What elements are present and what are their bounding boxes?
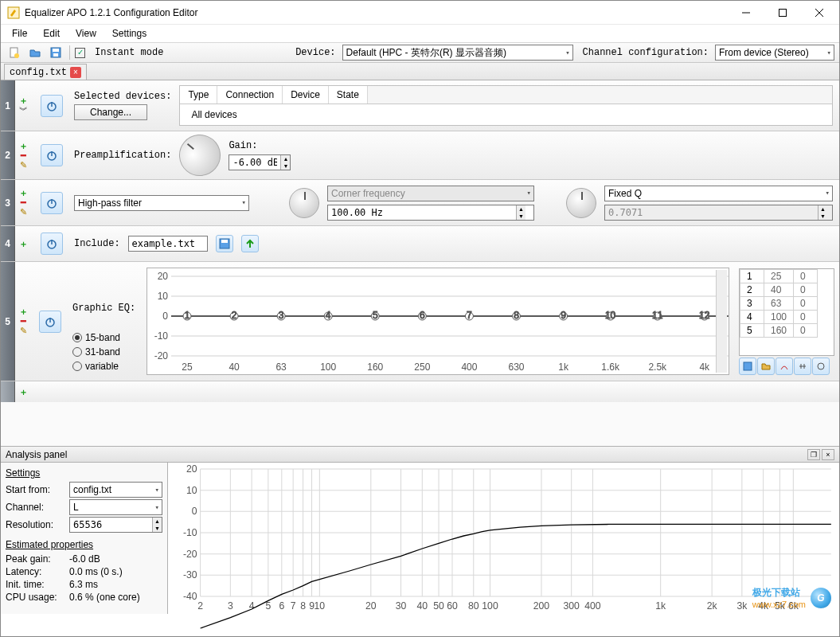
corner-freq-label-combo[interactable]: Corner frequency [327,186,534,201]
close-tab-icon[interactable]: × [70,67,81,78]
eq-band-table[interactable]: 1250240036304100051600 [739,268,834,356]
add-block-icon[interactable]: ＋ [19,189,28,197]
analysis-settings-title: Settings [6,467,162,479]
menu-settings[interactable]: Settings [104,26,154,41]
add-block-icon[interactable]: ＋ [19,142,28,150]
edit-block-icon[interactable]: ✎ [20,161,27,170]
add-block-icon[interactable]: ＋ [19,307,28,316]
svg-rect-19 [221,240,228,243]
selected-devices-label: Selected devices: [74,91,171,102]
add-block-icon[interactable]: ＋ [19,96,28,105]
svg-text:2: 2 [197,600,203,612]
tab-type[interactable]: Type [180,86,217,104]
svg-text:20: 20 [186,463,197,475]
channel-config-combo[interactable]: From device (Stereo) [715,45,834,61]
latency-label: Latency: [6,566,66,577]
device-sub-content: All devices [180,104,832,125]
open-include-icon[interactable] [216,235,233,252]
analysis-title: Analysis panel [6,449,67,460]
menu-file[interactable]: File [4,26,35,41]
include-path-input[interactable] [128,236,208,252]
q-value-input[interactable] [605,207,818,218]
menu-edit[interactable]: Edit [35,26,68,41]
change-devices-button[interactable]: Change... [74,104,147,120]
edit-block-icon[interactable]: ✎ [20,208,27,217]
tab-connection[interactable]: Connection [217,86,283,104]
gain-label: Gain: [229,140,291,151]
q-knob[interactable] [566,188,596,218]
block-2: 2 ＋ ━ ✎ Preamplification: Gain: ▲▼ [1,131,839,180]
document-tab[interactable]: config.txt × [4,64,87,80]
analysis-undock-icon[interactable]: ❐ [807,449,820,460]
add-block-icon[interactable]: ＋ [19,388,28,397]
edit-block-icon[interactable]: ✎ [20,326,27,335]
q-mode-combo[interactable]: Fixed Q [604,186,833,201]
channel-combo[interactable]: L [69,499,162,515]
svg-text:10: 10 [315,600,326,612]
block-handle-1[interactable]: 1 [1,80,15,131]
preamp-knob[interactable] [171,126,229,184]
svg-text:0: 0 [192,506,197,517]
gain-spinner[interactable]: ▲▼ [229,154,291,170]
remove-block-icon[interactable]: ━ [21,151,26,160]
corner-freq-input[interactable] [328,207,516,218]
start-from-combo[interactable]: config.txt [69,482,162,498]
instant-mode-checkbox[interactable] [75,48,85,58]
analysis-settings: Settings Start from:config.txt Channel:L… [1,463,168,614]
power-toggle[interactable] [41,144,63,166]
tab-device[interactable]: Device [283,86,329,104]
eq-open-icon[interactable] [757,358,775,375]
close-button[interactable] [801,1,838,25]
eq-reset-icon[interactable] [812,358,830,375]
power-toggle[interactable] [39,311,61,333]
eq-normalize-icon[interactable] [794,358,811,375]
block-4: 4 ＋ Include: [1,226,839,262]
eq-mode-15[interactable]: 15-band [72,332,135,343]
collapse-icon[interactable]: ︾ [19,106,28,115]
save-file-icon[interactable] [47,45,64,61]
analysis-chart[interactable]: 20100-10-20-30-40 2345678910203040506080… [168,463,839,614]
analysis-close-icon[interactable]: × [822,449,834,460]
resolution-spinner[interactable]: ▲▼ [69,517,162,533]
maximize-button[interactable] [764,1,801,25]
freq-knob[interactable] [289,188,319,218]
block-handle-5[interactable]: 5 [1,262,15,381]
device-combo[interactable]: Default (HPC - 英特尔(R) 显示器音频) [342,45,573,61]
channel-label: Channel: [6,502,66,513]
block-handle-3[interactable]: 3 [1,180,15,225]
power-toggle[interactable] [41,95,63,117]
q-value-spinner[interactable]: ▲▼ [604,205,833,221]
svg-text:4k: 4k [700,361,711,373]
minimize-button[interactable] [728,1,764,25]
svg-text:3k: 3k [736,600,748,612]
gain-input[interactable] [229,157,280,168]
svg-text:30: 30 [396,600,407,612]
svg-text:-10: -10 [154,330,169,342]
eq-invert-icon[interactable] [776,358,793,375]
add-block-icon[interactable]: ＋ [19,240,28,248]
eq-graph-scrollbar[interactable] [716,270,727,373]
block-handle-4[interactable]: 4 [1,226,15,261]
new-file-icon[interactable] [6,45,23,61]
block-handle-2[interactable]: 2 [1,131,15,179]
svg-text:25: 25 [182,361,193,373]
open-file-icon[interactable] [26,45,44,61]
power-toggle[interactable] [41,233,63,255]
eq-mode-31[interactable]: 31-band [72,346,135,358]
menu-bar: File Edit View Settings [1,25,839,42]
tab-state[interactable]: State [329,86,368,104]
corner-freq-spinner[interactable]: ▲▼ [327,205,534,221]
menu-view[interactable]: View [68,26,104,41]
power-toggle[interactable] [41,192,63,214]
eq-mode-variable[interactable]: variable [72,361,135,372]
remove-block-icon[interactable]: ━ [21,198,26,207]
window-title: Equalizer APO 1.2.1 Configuration Editor [25,7,728,18]
jump-include-icon[interactable] [241,235,259,252]
analysis-panel-header[interactable]: Analysis panel ❐ × [1,447,839,463]
eq-save-icon[interactable] [739,358,756,375]
filter-type-combo[interactable]: High-pass filter [74,195,249,211]
remove-block-icon[interactable]: ━ [21,317,26,326]
eq-graph[interactable]: 20 10 0 -10 -20 123456789101112 25406310… [147,268,729,375]
svg-text:40: 40 [229,361,240,373]
cpu-usage-value: 0.6 % (one core) [69,592,140,603]
